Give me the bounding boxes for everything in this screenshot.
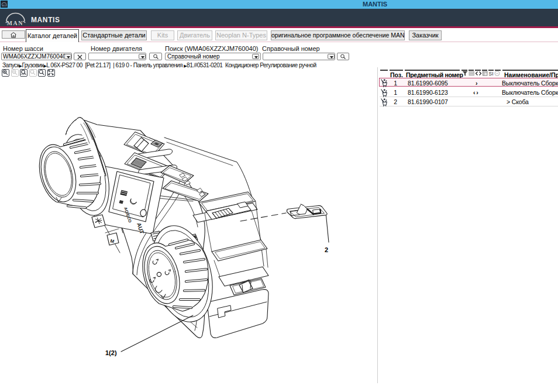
svg-text:MAN: MAN [7, 20, 24, 26]
svg-text:1(2): 1(2) [105, 349, 117, 356]
svg-text:SI: SI [489, 71, 494, 77]
svg-text:2: 2 [325, 246, 328, 253]
svg-text:MAN: MAN [2, 4, 7, 7]
